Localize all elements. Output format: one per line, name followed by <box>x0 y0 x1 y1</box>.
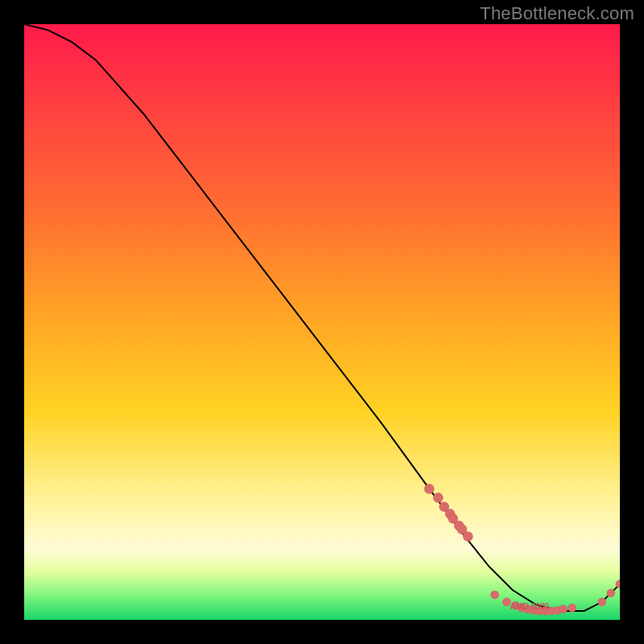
dot-cluster-descent <box>424 484 473 541</box>
data-point <box>568 604 576 612</box>
dot-cluster-tail <box>598 580 620 606</box>
trough-label: AMD 6800 <box>510 601 549 611</box>
data-point <box>433 493 443 502</box>
watermark-text: TheBottleneck.com <box>480 3 634 24</box>
chart-frame: AMD 6800 TheBottleneck.com <box>0 0 644 644</box>
data-point <box>559 605 568 613</box>
data-point <box>491 591 499 599</box>
chart-svg: AMD 6800 <box>24 24 620 620</box>
data-point <box>463 531 473 541</box>
plot-area: AMD 6800 <box>24 24 620 620</box>
data-point <box>424 484 434 493</box>
bottleneck-curve <box>24 24 620 611</box>
data-point <box>607 589 615 597</box>
data-point <box>598 598 606 606</box>
